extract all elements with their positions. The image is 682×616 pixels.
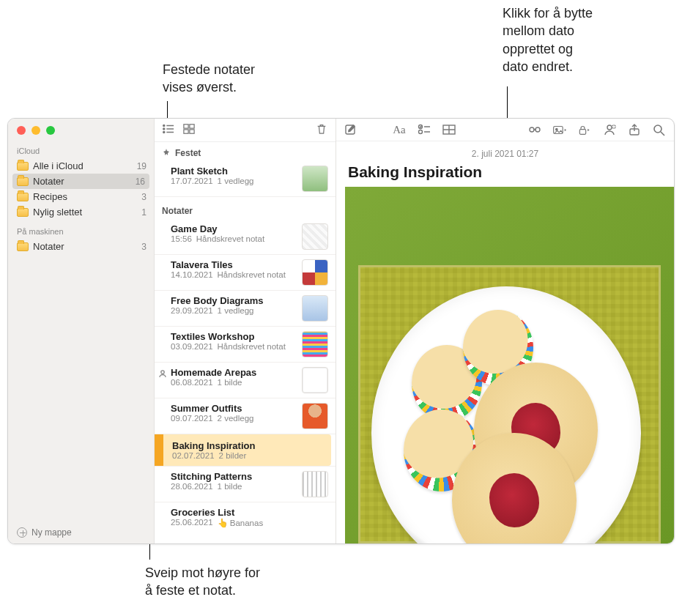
note-date: 28.06.2021 [171,482,213,491]
note-meta: 1 bilde [218,378,242,387]
note-item-stitching[interactable]: Stitching Patterns 28.06.20211 bilde [155,467,336,502]
minimize-icon[interactable] [31,126,40,135]
trash-icon[interactable] [315,123,328,137]
gallery-view-icon[interactable] [182,123,196,137]
note-date: 02.07.2021 [172,451,215,460]
folder-icon [17,193,29,201]
sidebar-item-count: 3 [141,192,147,202]
list-view-icon[interactable] [162,123,175,137]
shared-icon [157,368,168,379]
sidebar-item-count: 3 [141,242,147,252]
note-meta: 1 vedlegg [218,306,254,315]
svg-point-23 [556,128,558,130]
editor-toolbar: Aa [336,119,674,141]
note-date: 06.08.2021 [171,378,213,387]
note-item-textiles[interactable]: Textiles Workshop 03.09.2021Håndskrevet … [155,327,336,363]
notes-header-label: Notater [162,206,193,216]
note-list-body[interactable]: Festet Plant Sketch 17.07.20211 vedlegg … [155,142,336,543]
note-item-baking-swiped[interactable]: Baking Inspiration 02.07.20212 bilder [155,434,336,467]
note-title: Baking Inspiration [172,440,324,451]
lock-icon[interactable] [577,123,592,136]
note-date: 09.07.2021 [171,414,213,423]
note-title: Free Body Diagrams [171,295,296,306]
note-thumbnail [302,166,328,192]
sidebar-item-recently-deleted[interactable]: Nylig slettet 1 [8,204,154,220]
pinned-header: Festet [155,142,336,161]
note-item-plant-sketch[interactable]: Plant Sketch 17.07.20211 vedlegg [155,161,336,197]
sidebar-item-label: Nylig slettet [33,207,137,218]
svg-point-2 [163,128,165,130]
note-meta: 2 vedlegg [218,414,254,423]
note-item-baking[interactable]: Baking Inspiration 02.07.20212 bilder [163,434,331,466]
note-meta: Håndskrevet notat [218,270,286,279]
note-title: Game Day [171,223,296,234]
note-thumbnail [302,259,328,286]
note-date: 29.09.2021 [171,306,213,315]
note-thumbnail [302,295,328,322]
note-item-game-day[interactable]: Game Day 15:56Håndskrevet notat [155,219,336,255]
compose-icon[interactable] [344,123,358,136]
folder-icon [17,162,29,171]
svg-rect-9 [190,130,194,133]
format-icon[interactable]: Aa [392,123,407,136]
note-meta: 2 bilder [219,451,247,460]
svg-point-30 [654,125,661,133]
swipe-pin-action[interactable] [155,434,163,466]
new-folder-button[interactable]: Ny mappe [8,522,154,543]
note-editor: Aa [336,119,674,543]
sidebar-item-all-icloud[interactable]: Alle i iCloud 19 [8,158,154,174]
note-title: Homemade Arepas [171,367,296,378]
checklist-icon[interactable] [417,123,431,136]
svg-point-10 [161,371,164,374]
sidebar-item-label: Notater [33,176,131,187]
note-title: Plant Sketch [171,166,296,177]
sidebar-item-count: 16 [136,177,145,187]
table-icon[interactable] [442,123,456,136]
note-item-summer[interactable]: Summer Outfits 09.07.20212 vedlegg [155,398,336,434]
note-title: Textiles Workshop [171,331,296,342]
sidebar-item-local-notater[interactable]: Notater 3 [8,239,154,254]
note-title-display[interactable]: Baking Inspiration [336,162,674,187]
share-icon[interactable] [627,123,642,136]
sidebar-item-count: 1 [141,207,147,218]
note-item-groceries[interactable]: Groceries List 25.06.2021👆 Bananas [155,502,336,532]
folder-icon [17,208,29,217]
search-icon[interactable] [652,123,667,136]
note-title: Talavera Tiles [171,259,296,270]
collaborate-icon[interactable] [602,123,617,136]
sidebar-item-label: Notater [33,241,137,252]
notes-window: iCloud Alle i iCloud 19 Notater 16 Recip… [7,118,675,544]
note-date: 14.10.2021 [171,270,213,279]
sidebar-item-notater[interactable]: Notater 16 [12,174,149,189]
zoom-icon[interactable] [46,126,55,135]
callout-date-toggle: Klikk for å bytte mellom dato opprettet … [503,4,593,75]
pin-icon [162,149,171,157]
note-date: 25.06.2021 [171,518,213,528]
note-date: 03.09.2021 [171,342,213,351]
note-meta: 👆 Bananas [218,518,264,528]
note-meta: Håndskrevet notat [218,342,286,351]
sidebar-item-recipes[interactable]: Recipes 3 [8,189,154,204]
note-date: 17.07.2021 [171,177,213,185]
svg-rect-24 [579,129,585,134]
note-item-talavera[interactable]: Talavera Tiles 14.10.2021Håndskrevet not… [155,255,336,291]
note-item-fbd[interactable]: Free Body Diagrams 29.09.20211 vedlegg [155,291,336,327]
svg-rect-7 [190,125,194,128]
callout-pinned: Festede notater vises øverst. [163,61,255,97]
sidebar-section-header: På maskinen [8,220,154,239]
notes-header: Notater [155,197,336,219]
close-icon[interactable] [17,126,26,135]
plus-circle-icon [17,527,27,538]
note-title: Stitching Patterns [171,471,296,482]
link-icon[interactable] [527,123,542,136]
folder-icon [17,242,29,251]
note-image[interactable] [345,187,674,543]
media-icon[interactable] [552,123,567,136]
note-date-display[interactable]: 2. juli 2021 01:27 [336,141,674,162]
note-item-arepas[interactable]: Homemade Arepas 06.08.20211 bilde [155,363,336,398]
folder-icon [17,177,29,186]
note-list: Festet Plant Sketch 17.07.20211 vedlegg … [155,119,336,543]
svg-point-14 [419,130,423,134]
notelist-toolbar [155,119,336,142]
note-thumbnail [302,403,328,429]
